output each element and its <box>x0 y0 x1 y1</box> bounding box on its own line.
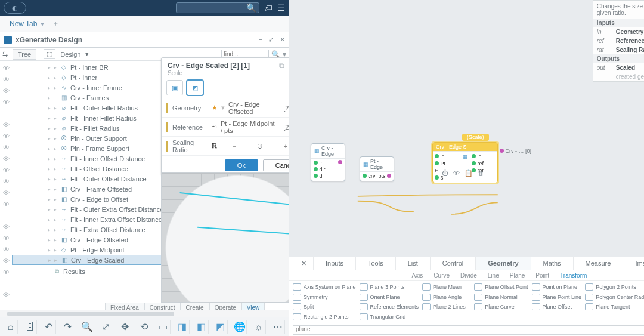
op-icon <box>474 303 482 310</box>
catalog-item[interactable]: Plane Normal <box>474 293 528 302</box>
catalog-item[interactable]: Plane Mean <box>422 283 470 292</box>
catalog-item[interactable]: Reference Elements <box>360 303 419 312</box>
fit-icon[interactable]: ⤢ <box>99 320 113 334</box>
cube-icon[interactable]: ◨ <box>175 320 190 334</box>
star-icon[interactable]: ★ <box>212 104 218 112</box>
catalog-subtab[interactable]: Axis <box>411 272 423 279</box>
catalog-item[interactable]: Plane Offset <box>532 303 582 312</box>
eye-icon[interactable]: 👁 <box>0 120 12 130</box>
redo-icon[interactable]: ↷ <box>61 320 75 334</box>
eye-icon[interactable]: 👁 <box>0 256 12 266</box>
eye-icon[interactable]: 👁 <box>0 131 12 141</box>
graph-node[interactable]: ▦Pt - Edge l crv pts <box>360 156 394 181</box>
catalog-tab[interactable]: Tools <box>356 257 396 270</box>
catalog-tab[interactable]: Maths <box>531 257 574 270</box>
zoom-icon[interactable]: 🔍 <box>80 320 94 334</box>
op-icon <box>585 303 593 310</box>
eye-icon[interactable]: 👁 <box>0 97 12 107</box>
pan-icon[interactable]: ✥ <box>118 320 132 334</box>
graph-node[interactable]: ▦Crv - Edge in dir d <box>311 143 345 181</box>
dots-icon[interactable]: ⋯ <box>271 320 285 334</box>
catalog-subtab[interactable]: Line <box>488 272 499 279</box>
rotate-icon[interactable]: ⟲ <box>137 320 151 334</box>
tab-tree[interactable]: Tree <box>13 49 36 60</box>
tool-icon-b[interactable]: ◩ <box>187 80 203 95</box>
catalog-item[interactable]: Plane 2 Lines <box>422 303 470 312</box>
home-icon[interactable]: ⌂ <box>4 320 18 334</box>
catalog-item[interactable]: Plane Tangent <box>585 303 644 312</box>
link-icon[interactable]: ⧉ <box>279 61 284 70</box>
menu-icon[interactable]: ☰ <box>277 3 285 13</box>
catalog-tab[interactable]: Images <box>623 257 644 270</box>
catalog-item[interactable]: Plane Point Line <box>532 293 582 302</box>
delete-icon[interactable]: 🗑 <box>478 169 484 177</box>
ratio-value[interactable]: 3 <box>252 143 268 150</box>
power-icon[interactable]: ⏻ <box>442 169 448 177</box>
h-scrollbar[interactable] <box>0 310 289 317</box>
eye-icon[interactable]: 👁 <box>0 86 12 95</box>
catalog-item[interactable]: Polygon 2 Points <box>585 283 644 292</box>
catalog-item[interactable]: Point on Plane <box>532 283 582 292</box>
select-icon[interactable]: ▭ <box>156 320 171 334</box>
catalog-tab-active[interactable]: Geometry <box>476 257 531 270</box>
app-logo[interactable]: ◐ <box>4 2 26 14</box>
ok-button[interactable]: Ok <box>225 159 258 171</box>
catalog-tab[interactable]: Inputs <box>314 257 356 270</box>
copy-icon[interactable]: 📋 <box>465 169 473 177</box>
eye-icon[interactable]: 👁 <box>0 143 12 152</box>
add-tab-icon[interactable]: ＋ <box>52 19 59 28</box>
catalog-tab[interactable]: Control <box>431 257 476 270</box>
catalog-item[interactable]: Plane Offset Point <box>474 283 528 292</box>
eye-icon[interactable]: 👁 <box>0 199 12 209</box>
light-icon[interactable]: ☼ <box>252 320 266 334</box>
node-graph-canvas[interactable]: ▦Crv - Edge in dir d ▦Pt - Edge l crv pt… <box>289 0 644 257</box>
eye-icon[interactable]: 👁 <box>0 154 12 164</box>
catalog-subtab[interactable]: Divide <box>460 272 477 279</box>
catalog-item[interactable]: Rectangle 2 Points <box>293 313 356 322</box>
tag-icon[interactable]: 🏷 <box>264 3 273 13</box>
scope-icon[interactable]: ⬚ <box>44 49 55 59</box>
cube2-icon[interactable]: ◧ <box>194 320 209 334</box>
catalog-item[interactable]: Symmetry <box>293 293 356 302</box>
catalog-item[interactable]: Plane 3 Points <box>360 283 419 292</box>
catalog-item[interactable]: Orient Plane <box>360 293 419 302</box>
eye-icon[interactable]: 👁 <box>0 75 12 84</box>
catalog-item[interactable]: Polygon Center Radius <box>585 293 644 302</box>
scope-label[interactable]: Design <box>60 51 80 58</box>
catalog-subtab[interactable]: Curve <box>434 272 450 279</box>
eye-icon[interactable]: 👁 <box>0 63 12 73</box>
tool-icon-a[interactable]: ▣ <box>166 80 183 95</box>
catalog-tab[interactable]: Measure <box>574 257 624 270</box>
minus-button[interactable]: − <box>222 143 247 150</box>
collapse-icon[interactable]: ⤢ <box>268 36 274 44</box>
tab-new[interactable]: New Tab ▾ <box>10 20 44 28</box>
eye-icon[interactable]: 👁 <box>0 222 12 232</box>
cube3-icon[interactable]: ◩ <box>213 320 228 334</box>
catalog-subtab[interactable]: Point <box>535 272 549 279</box>
eye-icon[interactable]: 👁 <box>0 177 12 186</box>
db-icon[interactable]: 🗄 <box>23 320 37 334</box>
tree-toggle-icon[interactable]: ⇆ <box>2 50 8 58</box>
eye-icon[interactable]: 👁 <box>0 267 12 277</box>
eye-icon[interactable]: 👁 <box>0 245 12 254</box>
eye-icon[interactable]: 👁 <box>0 290 12 300</box>
catalog-item[interactable]: Plane Angle <box>422 293 470 302</box>
catalog-tab[interactable]: List <box>396 257 431 270</box>
catalog-item[interactable]: Plane Curve <box>474 303 528 312</box>
eye-icon[interactable]: 👁 <box>0 165 12 175</box>
catalog-item[interactable]: Split <box>293 303 356 312</box>
globe-icon[interactable]: 🌐 <box>233 320 247 334</box>
close-catalog-icon[interactable]: ✕ <box>289 257 314 270</box>
close-icon[interactable]: ✕ <box>280 36 285 44</box>
catalog-subtab[interactable]: Plane <box>510 272 525 279</box>
catalog-item[interactable]: Axis System on Plane <box>293 283 356 292</box>
catalog-item[interactable]: Triangular Grid <box>360 313 419 322</box>
eye-icon[interactable]: 👁 <box>0 188 12 198</box>
undo-icon[interactable]: ↶ <box>42 320 56 334</box>
minimize-icon[interactable]: − <box>259 36 262 44</box>
catalog-search-input[interactable]: plane <box>293 325 644 335</box>
eye-icon[interactable]: 👁 <box>0 233 12 243</box>
catalog-subtab-active[interactable]: Transform <box>560 272 587 279</box>
eye-icon[interactable]: 👁 <box>453 169 460 177</box>
global-search[interactable]: 🔍 <box>176 2 259 13</box>
